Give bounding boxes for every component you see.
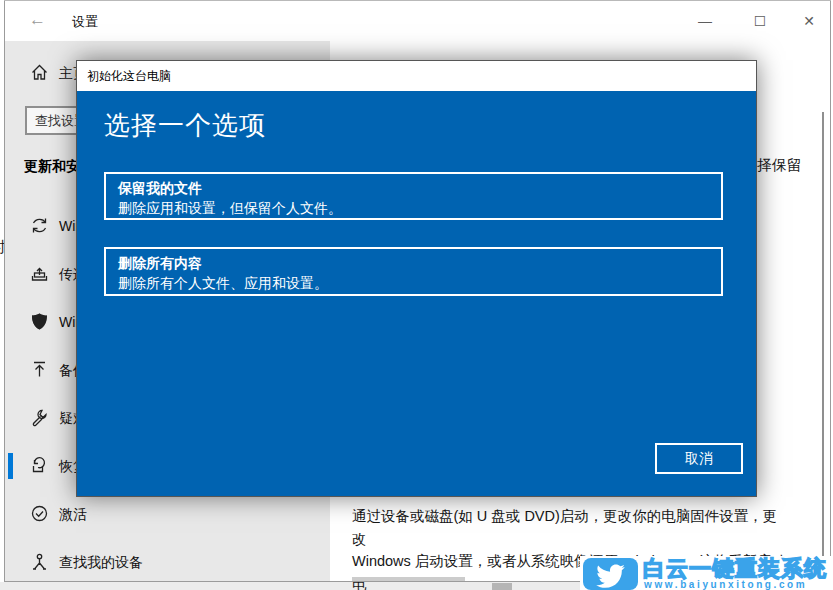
activation-icon — [30, 504, 50, 524]
vertical-scrollbar[interactable] — [822, 112, 824, 572]
selected-item-indicator — [8, 453, 13, 479]
dialog-body: 选择一个选项 保留我的文件 删除应用和设置，但保留个人文件。 删除所有内容 删除… — [77, 91, 756, 496]
bottom-strip-fragment — [492, 583, 512, 590]
window-border-left — [4, 0, 5, 582]
option-description: 删除应用和设置，但保留个人文件。 — [118, 198, 709, 218]
home-icon — [30, 63, 50, 83]
reset-pc-dialog: 初始化这台电脑 选择一个选项 保留我的文件 删除应用和设置，但保留个人文件。 删… — [76, 60, 757, 497]
watermark: 白云一键重装系统 www.baiyunxitong.com — [580, 556, 833, 590]
backup-icon — [30, 360, 50, 380]
cancel-button[interactable]: 取消 — [655, 443, 743, 474]
recovery-icon — [30, 456, 50, 476]
sidebar-item-label: 查找我的设备 — [59, 544, 143, 580]
option-title: 删除所有内容 — [118, 253, 709, 273]
app-title: 设置 — [72, 13, 98, 31]
advanced-startup-line: 通过设备或磁盘(如 U 盘或 DVD)启动，更改你的电脑固件设置，更改 — [352, 505, 790, 550]
close-button[interactable]: ✕ — [794, 10, 824, 32]
dialog-titlebar: 初始化这台电脑 — [77, 61, 756, 91]
option-remove-everything[interactable]: 删除所有内容 删除所有个人文件、应用和设置。 — [104, 247, 723, 296]
shield-icon — [30, 312, 50, 332]
dialog-heading: 选择一个选项 — [104, 108, 266, 143]
sidebar-item-find-my-device[interactable]: 查找我的设备 — [5, 544, 330, 580]
sidebar-item-label: 激活 — [59, 496, 87, 532]
window-border-top — [4, 0, 831, 1]
clipped-background-text-right: 择保留 — [757, 156, 802, 175]
titlebar: ← 设置 — ☐ ✕ — [5, 1, 830, 41]
option-title: 保留我的文件 — [118, 178, 709, 198]
dialog-title: 初始化这台电脑 — [87, 61, 171, 91]
maximize-button[interactable]: ☐ — [745, 10, 775, 32]
window-border-right — [830, 0, 831, 582]
delivery-optimization-icon — [30, 264, 50, 284]
watermark-url: www.baiyunxitong.com — [644, 579, 807, 590]
back-icon[interactable]: ← — [29, 10, 46, 30]
option-description: 删除所有个人文件、应用和设置。 — [118, 273, 709, 293]
find-device-icon — [30, 552, 50, 572]
minimize-button[interactable]: — — [690, 10, 720, 32]
twitter-bird-icon — [583, 558, 638, 590]
sidebar-item-activation[interactable]: 激活 — [5, 496, 330, 532]
option-keep-my-files[interactable]: 保留我的文件 删除应用和设置，但保留个人文件。 — [104, 172, 723, 220]
wrench-icon — [30, 408, 50, 428]
sync-icon — [30, 216, 50, 236]
